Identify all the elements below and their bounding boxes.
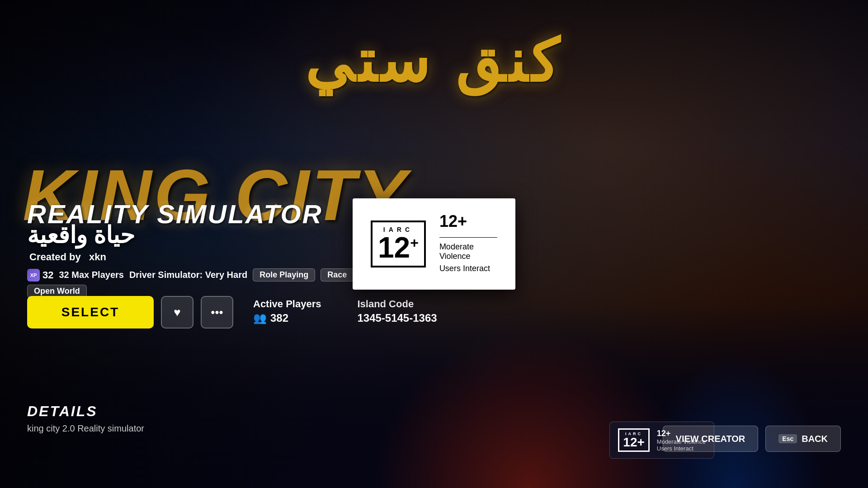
iarc-age-label: 12+	[439, 212, 497, 231]
xp-badge: XP 32	[27, 269, 53, 282]
active-players-label: Active Players	[253, 298, 321, 310]
details-description: king city 2.0 Reality simulator	[27, 423, 144, 434]
iarc-age-number: 12+	[378, 233, 419, 262]
iarc-divider	[439, 237, 497, 238]
active-players-number: 382	[270, 312, 288, 324]
more-options-button[interactable]: •••	[201, 296, 233, 328]
back-button[interactable]: Esc BACK	[765, 426, 841, 452]
creator-name: xkn	[89, 251, 106, 263]
island-code-label: Island Code	[357, 298, 437, 310]
stats-row: Active Players 👥 382 Island Code 1345-51…	[253, 298, 437, 324]
view-creator-label: VIEW CREATOR	[676, 434, 745, 444]
game-mode-tag: Driver Simulator: Very Hard	[129, 270, 247, 280]
view-creator-button[interactable]: VIEW CREATOR	[663, 426, 759, 452]
island-code-block: Island Code 1345-5145-1363	[357, 298, 437, 324]
car-glow-effect	[371, 330, 687, 488]
actions-row: SELECT ♥ •••	[27, 296, 233, 328]
arabic-main-title: كنق ستي	[305, 27, 563, 96]
iarc-info-panel: 12+ Moderate Violence Users Interact	[439, 212, 497, 276]
xp-icon: XP	[27, 269, 40, 282]
select-button[interactable]: SELECT	[27, 296, 154, 328]
iarc-descriptor-2: Users Interact	[439, 264, 497, 273]
created-by-row: Created by xkn	[29, 251, 106, 263]
esc-key-label: Esc	[778, 434, 797, 443]
details-title: DETAILS	[27, 403, 144, 420]
favorite-button[interactable]: ♥	[161, 296, 193, 328]
subtitle-arabic: حياة واقعية	[27, 221, 135, 249]
age-digits: 12	[378, 231, 410, 264]
xp-value: 32	[42, 269, 53, 281]
bottom-actions-row: VIEW CREATOR Esc BACK	[663, 426, 841, 452]
details-section: DETAILS king city 2.0 Reality simulator	[27, 403, 144, 434]
active-players-block: Active Players 👥 382	[253, 298, 321, 324]
heart-icon: ♥	[174, 305, 180, 319]
iarc-badge-box: IARC 12+	[371, 221, 426, 267]
island-code-value: 1345-5145-1363	[357, 312, 437, 324]
genre2-tag: Race	[321, 268, 354, 282]
players-icon: 👥	[253, 312, 267, 324]
iarc-small-digits: 12	[623, 435, 637, 449]
active-players-value-row: 👥 382	[253, 312, 321, 324]
created-by-label: Created by	[29, 251, 81, 263]
iarc-rating-modal: IARC 12+ 12+ Moderate Violence Users Int…	[353, 198, 515, 290]
tags-row-1: XP 32 32 Max Players Driver Simulator: V…	[27, 268, 354, 282]
iarc-small-box: IARC 12+	[618, 428, 650, 452]
iarc-descriptor-1: Moderate Violence	[439, 242, 497, 261]
genre1-tag: Role Playing	[253, 268, 315, 282]
age-plus: +	[410, 235, 419, 251]
police-glow-effect	[644, 352, 825, 488]
max-players-tag: 32 Max Players	[59, 270, 123, 280]
iarc-small-number: 12+	[623, 436, 645, 449]
back-label: BACK	[802, 434, 828, 444]
more-icon: •••	[211, 305, 223, 319]
